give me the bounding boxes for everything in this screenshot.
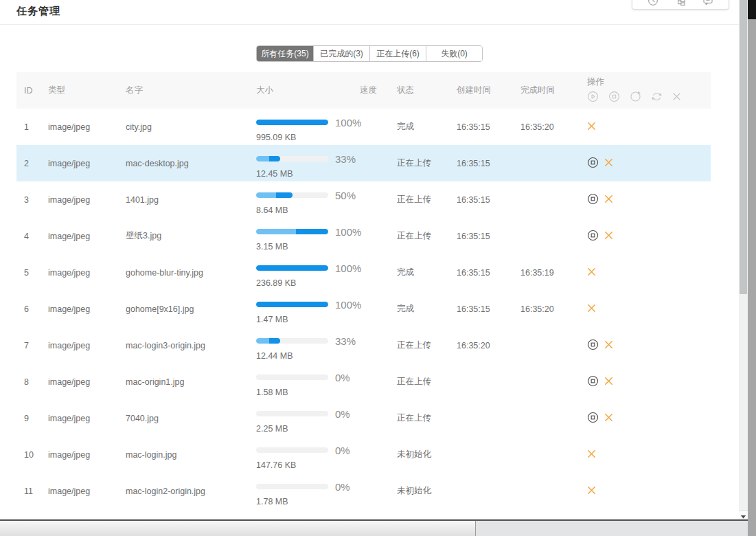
size-cell: 0% 2.25 MB [256, 400, 350, 434]
cell-name: mac-login3-origin.jpg [126, 341, 205, 350]
header-speed: 速度 [353, 72, 390, 109]
cell-type: image/jpeg [48, 377, 90, 387]
stop-circle-icon [587, 412, 599, 425]
remove-task-button[interactable] [604, 194, 613, 205]
remove-task-button[interactable] [587, 267, 596, 278]
stop-circle-icon [587, 157, 599, 170]
feedback-button[interactable] [702, 0, 713, 7]
cell-status: 完成 [397, 121, 414, 133]
size-cell: 33% [256, 509, 356, 519]
stop-upload-button[interactable] [587, 193, 599, 207]
screen: 任务管理 所有任务(35) 已完成的(3) 正在上传(6) [0, 0, 756, 536]
tab-all-tasks[interactable]: 所有任务(35) [257, 46, 313, 61]
scrollbar-thumb[interactable] [740, 0, 747, 294]
restart-icon [630, 91, 641, 104]
cell-type: image/jpeg [48, 232, 90, 241]
close-icon [587, 267, 596, 278]
task-list-button[interactable] [675, 0, 686, 7]
stop-circle-icon [608, 91, 620, 104]
progress-bar [256, 484, 328, 489]
refresh-icon [651, 91, 663, 104]
close-icon [604, 413, 613, 424]
progress-bar [256, 447, 328, 453]
tab-failed[interactable]: 失败(0) [426, 46, 482, 61]
refresh-button[interactable] [651, 91, 663, 104]
history-button[interactable] [648, 0, 658, 7]
table-row: 9 image/jpeg 7040.jpg 0% 2.25 MB 正在上传 [16, 400, 711, 436]
cell-id: 8 [24, 377, 29, 387]
cell-id: 9 [24, 414, 29, 423]
cell-finished: 16:35:20 [520, 122, 554, 132]
close-icon [672, 92, 681, 103]
cell-name: 1401.jpg [126, 195, 159, 205]
cell-created: 16:35:15 [457, 159, 490, 168]
close-icon [587, 122, 596, 133]
desktop-bottom-right [476, 521, 748, 536]
remove-task-button[interactable] [587, 449, 596, 460]
cell-name: gohome-blur-tiny.jpg [126, 268, 203, 278]
cell-id: 10 [24, 450, 34, 460]
close-icon [604, 340, 613, 351]
cell-created: 16:35:15 [457, 304, 490, 314]
start-all-button[interactable] [587, 91, 599, 104]
table-header: ID 类型 名字 大小 速度 状态 创建时间 完成时间 操作 [16, 72, 711, 109]
header-actions-label: 操作 [587, 76, 604, 88]
remove-task-button[interactable] [587, 304, 596, 315]
remove-task-button[interactable] [604, 158, 613, 169]
progress-bar [256, 192, 328, 198]
remove-task-button[interactable] [587, 122, 596, 133]
table-row: 6 image/jpeg gohome[9x16].jpg 100% 1.47 … [16, 291, 711, 327]
cell-name: city.jpg [126, 122, 152, 132]
stop-upload-button[interactable] [587, 230, 599, 243]
stop-upload-button[interactable] [587, 157, 599, 170]
cell-created: 16:35:15 [457, 268, 490, 278]
clear-all-button[interactable] [672, 92, 681, 103]
title-divider [0, 24, 739, 25]
stop-upload-button[interactable] [587, 339, 599, 353]
stop-upload-button[interactable] [587, 375, 599, 389]
table-row: 8 image/jpeg mac-origin1.jpg 0% 1.58 MB … [16, 364, 711, 400]
header-actions-icons [587, 91, 687, 104]
cell-status: 正在上传 [397, 230, 431, 242]
file-size: 12.45 MB [256, 169, 356, 179]
progress-fill [256, 192, 293, 198]
header-finished: 完成时间 [514, 72, 580, 109]
cell-id: 11 [24, 487, 33, 496]
file-size: 12.44 MB [256, 351, 356, 361]
file-size: 147.76 KB [256, 460, 350, 470]
tab-uploading[interactable]: 正在上传(6) [369, 46, 426, 61]
cell-name: gohome[9x16].jpg [126, 304, 194, 314]
cell-finished: 16:35:20 [520, 304, 554, 314]
resume-all-button[interactable] [630, 91, 641, 104]
cell-type: image/jpeg [48, 487, 90, 496]
app-window: 任务管理 所有任务(35) 已完成的(3) 正在上传(6) [0, 0, 739, 519]
task-filter-tabs: 所有任务(35) 已完成的(3) 正在上传(6) 失败(0) [256, 45, 483, 62]
remove-task-button[interactable] [587, 486, 596, 497]
remove-task-button[interactable] [604, 413, 613, 424]
remove-task-button[interactable] [604, 377, 613, 388]
size-cell: 33% 12.45 MB [256, 145, 356, 179]
remove-task-button[interactable] [604, 231, 613, 242]
progress-percent: 0% [335, 408, 350, 420]
close-icon [587, 449, 596, 460]
comment-icon [702, 0, 713, 7]
file-size: 2.25 MB [256, 424, 350, 434]
remove-task-button[interactable] [604, 340, 613, 351]
stop-upload-button[interactable] [587, 412, 599, 425]
cell-type: image/jpeg [48, 268, 90, 278]
vertical-scrollbar[interactable] [739, 0, 748, 520]
progress-bar [256, 120, 328, 125]
close-icon [587, 486, 596, 497]
cell-type: image/jpeg [48, 159, 90, 168]
stop-all-button[interactable] [608, 91, 620, 104]
progress-fill [256, 265, 328, 271]
size-cell: 100% 995.09 KB [256, 109, 361, 142]
progress-bar [256, 375, 328, 380]
table-row: 2 image/jpeg mac-desktop.jpg 33% 12.45 M… [16, 145, 711, 181]
cell-type: image/jpeg [48, 195, 90, 205]
tab-completed[interactable]: 已完成的(3) [313, 46, 369, 61]
cell-id: 6 [24, 304, 29, 314]
progress-fill [256, 120, 328, 125]
cell-name: mac-login2-origin.jpg [126, 487, 205, 496]
table-row: 33% [16, 509, 711, 519]
